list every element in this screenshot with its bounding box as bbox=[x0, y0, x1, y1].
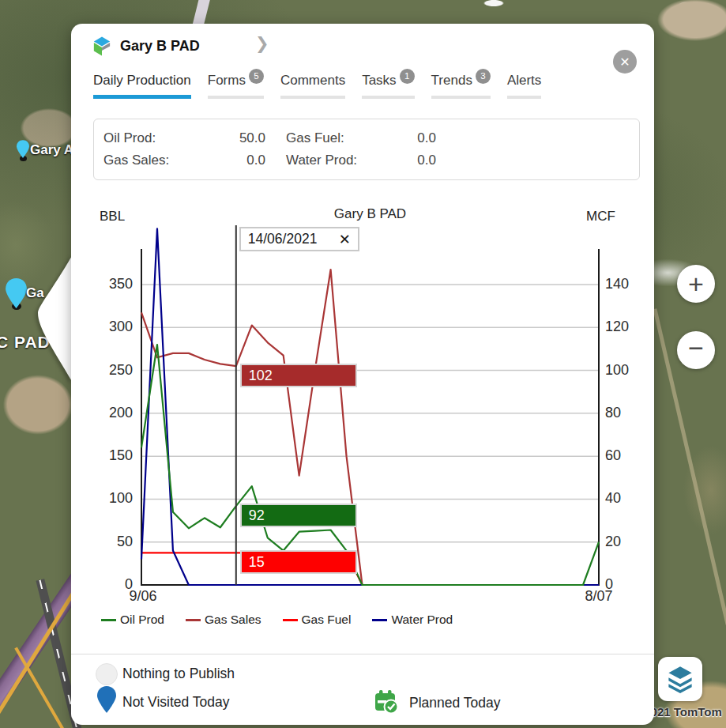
stat-label: Gas Sales: bbox=[103, 153, 218, 168]
legend-label: Gas Fuel bbox=[302, 613, 352, 627]
popup-title: Gary B PAD bbox=[120, 38, 200, 55]
legend-label: Gas Sales bbox=[205, 613, 261, 627]
map-pin-gary-a[interactable] bbox=[17, 140, 29, 158]
series-line-water-prod bbox=[141, 228, 599, 585]
tooltip-gas-fuel: 15 bbox=[240, 550, 357, 574]
zoom-in-button[interactable]: + bbox=[677, 265, 715, 303]
stat-label: Water Prod: bbox=[286, 153, 389, 168]
zoom-out-button[interactable]: − bbox=[677, 331, 715, 369]
stat-value: 0.0 bbox=[389, 153, 436, 168]
left-axis-tick: 250 bbox=[82, 360, 133, 379]
chevron-right-icon[interactable]: ❯ bbox=[255, 34, 269, 53]
left-axis-tick: 50 bbox=[82, 532, 133, 551]
popup-tail bbox=[33, 251, 73, 386]
stat-label: Gas Fuel: bbox=[286, 130, 389, 146]
status-label: Nothing to Publish bbox=[122, 666, 235, 682]
chart: BBL Gary B PAD MCF 9/06 8/07 14/06/2021 … bbox=[71, 202, 654, 644]
left-axis-tick: 100 bbox=[82, 488, 133, 507]
legend-dash-icon bbox=[372, 619, 387, 621]
popup-header: Gary B PAD ❯ bbox=[92, 30, 607, 62]
legend-dash-icon bbox=[186, 619, 201, 621]
cursor-date-box: 14/06/2021 ✕ bbox=[239, 227, 359, 251]
legend-item-gas-fuel: Gas Fuel bbox=[283, 613, 352, 627]
tab-comments[interactable]: Comments bbox=[280, 73, 345, 99]
legend-label: Water Prod bbox=[391, 613, 453, 627]
tabs: Daily ProductionForms5CommentsTasks1Tren… bbox=[93, 73, 558, 99]
tab-tasks[interactable]: Tasks1 bbox=[362, 73, 414, 99]
legend-dash-icon bbox=[101, 619, 116, 621]
map-pin-gary-b[interactable] bbox=[6, 278, 27, 308]
stats-card: Oil Prod:50.0Gas Fuel:0.0Gas Sales:0.0Wa… bbox=[93, 119, 640, 180]
chart-legend: Oil ProdGas SalesGas FuelWater Prod bbox=[101, 613, 453, 627]
tab-label: Trends bbox=[431, 73, 472, 88]
not-visited-pin-icon bbox=[97, 686, 116, 713]
right-axis-tick: 140 bbox=[605, 274, 653, 293]
series-line-gas-sales bbox=[141, 270, 599, 585]
tab-label: Daily Production bbox=[93, 73, 191, 88]
close-button[interactable]: ✕ bbox=[613, 50, 637, 74]
close-icon: ✕ bbox=[619, 55, 630, 70]
tooltip-oil-prod: 92 bbox=[240, 504, 357, 527]
tab-badge: 1 bbox=[400, 69, 415, 84]
tab-daily-production[interactable]: Daily Production bbox=[93, 73, 191, 99]
tab-forms[interactable]: Forms5 bbox=[208, 73, 264, 99]
legend-dash-icon bbox=[283, 619, 298, 621]
legend-item-oil-prod: Oil Prod bbox=[101, 613, 164, 627]
right-axis-tick: 40 bbox=[605, 488, 653, 507]
stat-value: 50.0 bbox=[218, 130, 265, 146]
tab-label: Tasks bbox=[362, 73, 396, 88]
layers-icon bbox=[666, 665, 694, 693]
site-popup: Gary B PAD ❯ ✕ Daily ProductionForms5Com… bbox=[71, 24, 654, 725]
plus-icon: + bbox=[688, 269, 704, 300]
map-layers-button[interactable] bbox=[658, 657, 702, 701]
tab-label: Forms bbox=[208, 73, 246, 88]
app-logo-icon bbox=[92, 36, 111, 57]
series-line-gas-fuel bbox=[141, 553, 599, 585]
section-divider bbox=[71, 654, 654, 654]
minus-icon: − bbox=[688, 333, 704, 364]
tab-trends[interactable]: Trends3 bbox=[431, 73, 491, 99]
series-line-oil-prod bbox=[141, 345, 599, 585]
right-axis-tick: 20 bbox=[605, 532, 653, 551]
status-label: Planned Today bbox=[409, 695, 500, 711]
status-label: Not Visited Today bbox=[122, 694, 230, 711]
legend-item-gas-sales: Gas Sales bbox=[186, 613, 261, 627]
stats-row: Oil Prod:50.0Gas Fuel:0.0 bbox=[103, 127, 639, 149]
left-axis-tick: 0 bbox=[82, 575, 133, 594]
planned-today-calendar-icon bbox=[374, 689, 399, 715]
left-axis-tick: 350 bbox=[82, 274, 133, 293]
stats-row: Gas Sales:0.0Water Prod:0.0 bbox=[103, 149, 639, 172]
stat-value: 0.0 bbox=[389, 130, 436, 146]
right-axis-tick: 60 bbox=[605, 446, 653, 465]
right-axis-tick: 0 bbox=[605, 575, 653, 594]
stat-value: 0.0 bbox=[218, 153, 265, 168]
legend-label: Oil Prod bbox=[120, 613, 164, 627]
legend-item-water-prod: Water Prod bbox=[372, 613, 453, 627]
tab-badge: 3 bbox=[476, 69, 491, 84]
left-axis-tick: 200 bbox=[82, 403, 133, 422]
right-axis-tick: 80 bbox=[605, 403, 653, 422]
cursor-close-icon[interactable]: ✕ bbox=[339, 231, 351, 248]
chart-plot bbox=[71, 202, 654, 644]
tab-label: Alerts bbox=[507, 73, 541, 88]
left-axis-tick: 300 bbox=[82, 317, 133, 336]
right-axis-tick: 120 bbox=[605, 317, 653, 336]
tab-badge: 5 bbox=[249, 69, 264, 84]
tab-label: Comments bbox=[280, 73, 345, 88]
stat-label: Oil Prod: bbox=[103, 130, 218, 146]
left-axis-tick: 150 bbox=[82, 446, 133, 465]
nothing-to-publish-icon bbox=[96, 663, 118, 685]
tab-alerts[interactable]: Alerts bbox=[507, 73, 541, 99]
right-axis-tick: 100 bbox=[605, 360, 653, 379]
tooltip-gas-sales: 102 bbox=[240, 364, 357, 387]
cursor-date: 14/06/2021 bbox=[248, 231, 318, 247]
map-label-gary-a: Gary A bbox=[30, 142, 73, 158]
